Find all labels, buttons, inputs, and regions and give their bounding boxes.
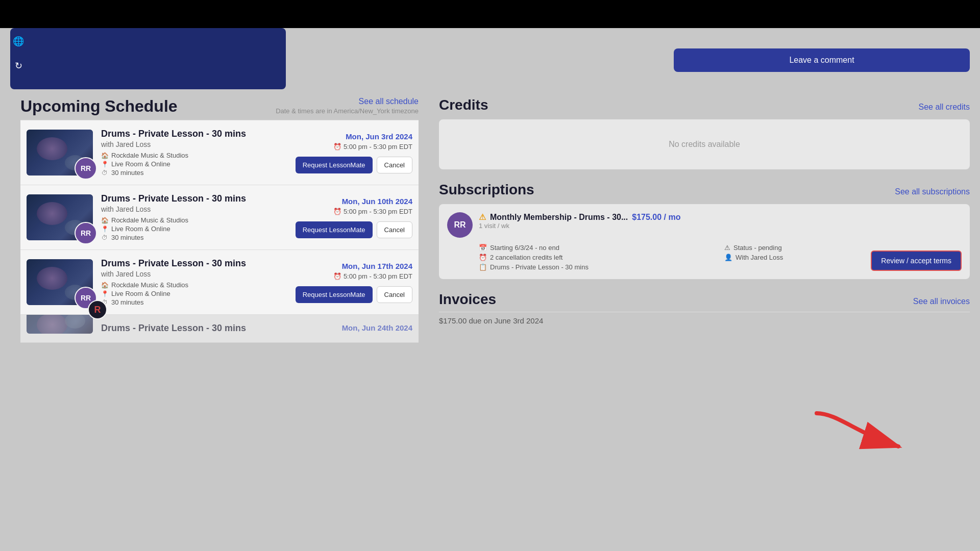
subscription-avatar: RR [447, 212, 473, 238]
lesson-title: Drums - Private Lesson - 30 mins [101, 129, 287, 139]
map-icon: 📍 [101, 161, 108, 168]
location-icon: 🏠 [101, 152, 108, 159]
lesson-instructor: with Jared Loss [101, 205, 287, 213]
time-icon: ⏰ [333, 272, 341, 280]
lesson-duration: 30 minutes [111, 298, 144, 306]
request-lessonmate-button[interactable]: Request LessonMate [296, 286, 373, 303]
lesson-date: Mon, Jun 10th 2024 [296, 197, 412, 206]
lesson-info: Drums - Private Lesson - 30 mins with Ja… [101, 258, 287, 306]
schedule-list: RR Drums - Private Lesson - 30 mins with… [20, 120, 419, 343]
lesson-schedule: Mon, Jun 17th 2024 ⏰ 5:00 pm - 5:30 pm E… [296, 262, 412, 303]
cancel-button[interactable]: Cancel [377, 286, 412, 303]
review-accept-terms-button[interactable]: Review / accept terms [871, 251, 962, 271]
left-header-panel [10, 28, 286, 89]
lesson-thumbnail: RR [27, 130, 93, 176]
subscription-price: $175.00 / mo [632, 213, 680, 222]
lesson-instructor: with Jared Loss [101, 140, 287, 148]
avatar: RR [75, 157, 97, 180]
lesson-room-row: 📍 Live Room & Online [101, 160, 287, 168]
subscriptions-section: Subscriptions See all subscriptions RR ⚠… [439, 182, 970, 279]
cancel-button[interactable]: Cancel [377, 157, 412, 173]
lesson-thumbnail: RR [27, 194, 93, 240]
lesson-info: Drums - Private Lesson - 30 mins with Ja… [101, 193, 287, 241]
lesson-actions: Request LessonMate Cancel [296, 157, 412, 173]
credits-header: Credits See all credits [439, 97, 970, 113]
lesson-location: Rockdale Music & Studios [111, 216, 188, 224]
time-icon: ⏰ [333, 143, 341, 151]
subscriptions-title: Subscriptions [439, 182, 534, 198]
schedule-title: Upcoming Schedule [20, 97, 178, 116]
schedule-header: Upcoming Schedule See all schedule Date … [20, 97, 419, 116]
subscription-frequency: 1 visit / wk [479, 222, 962, 230]
lesson-actions: Request LessonMate Cancel [296, 221, 412, 238]
lesson-location: Rockdale Music & Studios [111, 152, 188, 159]
status-icon: ⚠ [724, 244, 730, 252]
leave-comment-button[interactable]: Leave a comment [674, 48, 970, 72]
schedule-panel: Upcoming Schedule See all schedule Date … [10, 97, 429, 551]
cancel-button[interactable]: Cancel [377, 221, 412, 238]
warning-icon: ⚠ [479, 212, 486, 222]
credits-section: Credits See all credits No credits avail… [439, 97, 970, 169]
globe-icon[interactable]: 🌐 [10, 33, 27, 49]
lesson-room-row: 📍 Live Room & Online [101, 225, 287, 233]
subscription-lesson-type: 📋 Drums - Private Lesson - 30 mins [479, 263, 716, 271]
schedule-timezone: Date & times are in America/New_York tim… [276, 107, 419, 115]
lesson-actions: Request LessonMate Cancel [296, 286, 412, 303]
refresh-icon[interactable]: ↻ [10, 58, 27, 74]
lesson-card: RR R Drums - Private Lesson - 30 mins wi… [20, 250, 419, 315]
lesson-duration-row: ⏱ 30 minutes [101, 234, 287, 241]
lesson-schedule: Mon, Jun 24th 2024 [310, 323, 412, 334]
see-all-schedule-link[interactable]: See all schedule [359, 97, 419, 106]
lesson-room: Live Room & Online [111, 290, 170, 297]
credits-title: Credits [439, 97, 488, 113]
see-all-invoices-link[interactable]: See all invoices [913, 297, 970, 306]
lesson-schedule: Mon, Jun 10th 2024 ⏰ 5:00 pm - 5:30 pm E… [296, 197, 412, 238]
lesson-date: Mon, Jun 24th 2024 [310, 323, 412, 332]
clock-icon: ⏱ [101, 169, 108, 177]
location-icon: 🏠 [101, 282, 108, 289]
map-icon: 📍 [101, 290, 108, 297]
subscriptions-header: Subscriptions See all subscriptions [439, 182, 970, 198]
lesson-time: ⏰ 5:00 pm - 5:30 pm EDT [296, 272, 412, 280]
lesson-details: 🏠 Rockdale Music & Studios 📍 Live Room &… [101, 216, 287, 241]
clock-icon: ⏱ [101, 234, 108, 241]
time-icon: ⏰ [479, 254, 487, 261]
lesson-title: Drums - Private Lesson - 30 mins [101, 323, 302, 334]
subscription-card-top: RR ⚠ Monthly Membership - Drums - 30... … [447, 212, 962, 238]
lesson-thumbnail: RR R [27, 259, 93, 305]
lesson-title: Drums - Private Lesson - 30 mins [101, 193, 287, 204]
lesson-instructor: with Jared Loss [101, 270, 287, 278]
lesson-time: ⏰ 5:00 pm - 5:30 pm EDT [296, 208, 412, 215]
lesson-icon: 📋 [479, 263, 487, 271]
lesson-time: ⏰ 5:00 pm - 5:30 pm EDT [296, 143, 412, 151]
subscription-name: ⚠ Monthly Membership - Drums - 30... $17… [479, 212, 962, 222]
lesson-schedule: Mon, Jun 3rd 2024 ⏰ 5:00 pm - 5:30 pm ED… [296, 132, 412, 173]
lesson-duration: 30 minutes [111, 234, 144, 241]
person-icon: 👤 [724, 254, 732, 261]
no-credits-text: No credits available [669, 140, 740, 148]
comment-area: Leave a comment [674, 48, 970, 84]
invoices-section: Invoices See all invoices $175.00 due on… [439, 291, 970, 329]
lesson-card: RR Drums - Private Lesson - 30 mins with… [20, 185, 419, 250]
lesson-details: 🏠 Rockdale Music & Studios 📍 Live Room &… [101, 152, 287, 177]
lesson-card: RR Drums - Private Lesson - 30 mins with… [20, 120, 419, 185]
request-lessonmate-button[interactable]: Request LessonMate [296, 221, 373, 238]
no-credits-box: No credits available [439, 119, 970, 169]
map-icon: 📍 [101, 226, 108, 233]
lesson-details: 🏠 Rockdale Music & Studios 📍 Live Room &… [101, 281, 287, 306]
invoices-header: Invoices See all invoices [439, 291, 970, 308]
request-lessonmate-button[interactable]: Request LessonMate [296, 157, 373, 173]
lesson-duration-row: ⏱ 30 minutes [101, 298, 287, 306]
lesson-duration: 30 minutes [111, 169, 144, 177]
lesson-location-row: 🏠 Rockdale Music & Studios [101, 216, 287, 224]
lesson-room: Live Room & Online [111, 225, 170, 233]
invoice-item: $175.00 due on June 3rd 2024 [439, 312, 970, 329]
lesson-location-row: 🏠 Rockdale Music & Studios [101, 152, 287, 159]
see-all-subscriptions-link[interactable]: See all subscriptions [895, 187, 970, 196]
lesson-info: Drums - Private Lesson - 30 mins [101, 323, 302, 335]
lesson-info: Drums - Private Lesson - 30 mins with Ja… [101, 129, 287, 177]
right-panel: Credits See all credits No credits avail… [429, 97, 980, 551]
see-all-credits-link[interactable]: See all credits [919, 103, 970, 112]
invoices-title: Invoices [439, 291, 496, 308]
subscription-cancellations: ⏰ 2 cancellation credits left [479, 254, 716, 261]
